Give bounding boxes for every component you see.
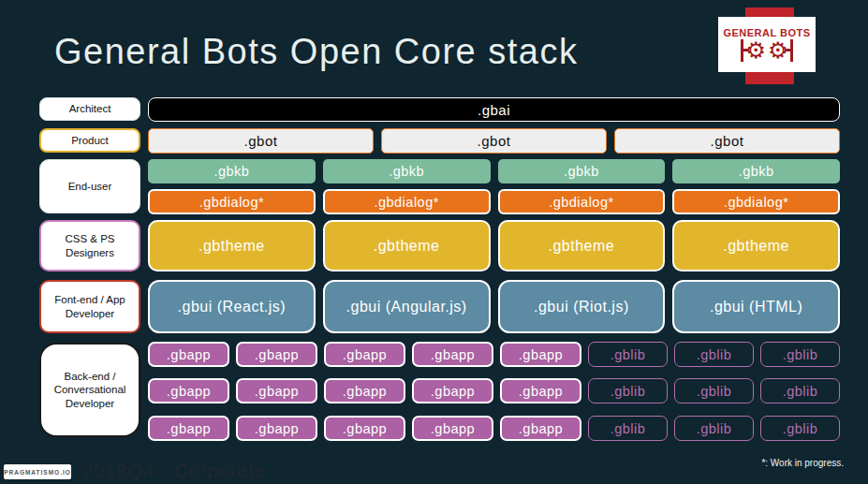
role-label-text: Architect <box>69 102 111 115</box>
gbkb-row: .gbkb .gbkb .gbkb .gbkb <box>148 159 840 183</box>
role-label-backend-conversational-developer: Back-end / Conversational Developer <box>39 343 140 437</box>
role-label-text: CSS & PS Designers <box>47 232 133 259</box>
gbkb-box: .gbkb <box>148 159 316 183</box>
gbapp-box: .gbapp <box>324 378 405 403</box>
gbapp-box: .gbapp <box>412 342 493 367</box>
gbapp-box: .gbapp <box>236 378 317 403</box>
gblib-box: .gblib <box>588 342 668 367</box>
gbdialog-box: .gbdialog* <box>672 189 840 214</box>
gbot-box: .gbot <box>614 128 840 154</box>
gbdialog-box: .gbdialog* <box>498 189 666 214</box>
role-label-end-user: End-user <box>39 159 140 213</box>
gbapp-box: .gbapp <box>148 378 229 403</box>
slide-canvas: General Bots Open Core stack GENERAL BOT… <box>0 0 868 484</box>
logo-brand-text: GENERAL BOTS <box>723 27 810 38</box>
gbkb-box: .gbkb <box>498 159 666 183</box>
gbtheme-box: .gbtheme <box>148 220 316 271</box>
antenna-right-icon <box>790 39 793 62</box>
slide-title: General Bots Open Core stack <box>54 32 578 72</box>
role-label-text: Back-end / Conversational Developer <box>47 370 133 410</box>
gbtheme-box: .gbtheme <box>498 220 666 271</box>
gbapp-box: .gbapp <box>324 342 405 367</box>
gbui-angular-box: .gbui (Angular.js) <box>323 280 491 333</box>
gbui-html-box: .gbui (HTML) <box>672 280 840 333</box>
gblib-box: .gblib <box>588 378 668 403</box>
gbtheme-box: .gbtheme <box>323 220 491 271</box>
gbai-row: .gbai <box>148 97 840 122</box>
gbui-riot-box: .gbui (Riot.js) <box>498 280 666 333</box>
role-label-text: Product <box>71 134 109 147</box>
role-label-text: End-user <box>68 180 112 193</box>
gblib-box: .gblib <box>674 342 754 367</box>
gbapp-box: .gbapp <box>324 416 405 441</box>
footer-caption: 2018Q4 - Corporate <box>82 461 266 482</box>
gears-graphic: ⚙ ⚙ <box>741 39 792 62</box>
gbui-react-box: .gbui (React.js) <box>148 280 316 333</box>
backend-row-3: .gbapp .gbapp .gbapp .gbapp .gbapp .gbli… <box>148 416 840 441</box>
gbapp-box: .gbapp <box>148 342 229 367</box>
gbot-box: .gbot <box>148 128 374 154</box>
gbtheme-row: .gbtheme .gbtheme .gbtheme .gbtheme <box>148 220 840 271</box>
gbdialog-box: .gbdialog* <box>323 189 491 214</box>
gblib-box: .gblib <box>588 416 668 441</box>
pragmatismo-logo: PRAGMATISMO.IO <box>4 464 71 479</box>
backend-row-1: .gbapp .gbapp .gbapp .gbapp .gbapp .gbli… <box>148 342 840 367</box>
gblib-box: .gblib <box>760 416 840 441</box>
gblib-box: .gblib <box>674 416 754 441</box>
role-label-text: Font-end / App Developer <box>47 293 133 320</box>
role-label-frontend-app-developer: Font-end / App Developer <box>39 280 140 333</box>
gbtheme-box: .gbtheme <box>672 220 840 271</box>
gbdialog-row: .gbdialog* .gbdialog* .gbdialog* .gbdial… <box>148 189 840 214</box>
role-label-css-ps-designers: CSS & PS Designers <box>39 220 140 271</box>
gbot-row: .gbot .gbot .gbot <box>148 128 840 154</box>
gbapp-box: .gbapp <box>236 416 317 441</box>
work-in-progress-footnote: *: Work in progress. <box>761 458 844 468</box>
gbapp-box: .gbapp <box>500 342 581 367</box>
backend-row-2: .gbapp .gbapp .gbapp .gbapp .gbapp .gbli… <box>148 378 840 403</box>
gbapp-box: .gbapp <box>500 416 581 441</box>
gbui-row: .gbui (React.js) .gbui (Angular.js) .gbu… <box>148 280 840 333</box>
gblib-box: .gblib <box>760 378 840 403</box>
antenna-left-icon <box>741 39 743 62</box>
gbdialog-box: .gbdialog* <box>148 189 316 214</box>
general-bots-logo: GENERAL BOTS ⚙ ⚙ <box>718 17 816 72</box>
gbot-box: .gbot <box>381 128 607 154</box>
gblib-box: .gblib <box>674 378 754 403</box>
role-label-product: Product <box>39 128 140 153</box>
gbai-box: .gbai <box>148 97 840 122</box>
gbapp-box: .gbapp <box>236 342 317 367</box>
gbapp-box: .gbapp <box>412 378 493 403</box>
gbkb-box: .gbkb <box>323 159 491 183</box>
gblib-box: .gblib <box>760 342 840 367</box>
gbkb-box: .gbkb <box>672 159 840 183</box>
gbapp-box: .gbapp <box>412 416 493 441</box>
gbapp-box: .gbapp <box>148 416 229 441</box>
gbapp-box: .gbapp <box>500 378 581 403</box>
role-label-architect: Architect <box>39 97 140 121</box>
